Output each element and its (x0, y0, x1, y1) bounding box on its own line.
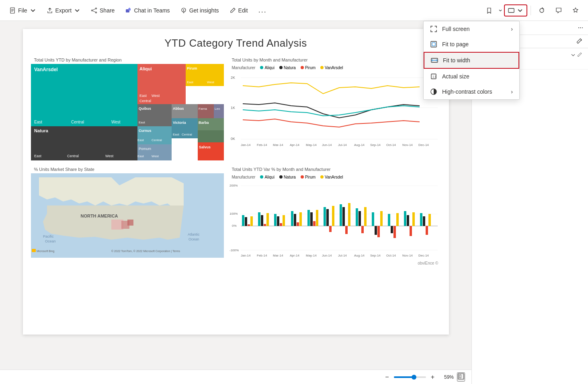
eraser-icon[interactable] (577, 38, 583, 45)
bookmark-icon (486, 7, 492, 14)
svg-rect-97 (32, 249, 36, 252)
svg-rect-133 (294, 214, 296, 226)
fullscreen-icon (430, 25, 437, 33)
report-canvas[interactable]: YTD Category Trend Analysis Total Units … (0, 21, 471, 384)
svg-text:East: East (34, 120, 42, 124)
share-label: Share (100, 7, 115, 14)
dropdown-fullscreen[interactable]: Full screen › (424, 21, 519, 37)
svg-rect-149 (359, 211, 361, 226)
svg-rect-156 (388, 214, 390, 226)
panel-more-icon[interactable]: ··· (578, 24, 583, 31)
fullscreen-label: Full screen (442, 26, 469, 32)
more-label: ... (258, 6, 267, 14)
svg-text:Jan-14: Jan-14 (241, 143, 251, 147)
comment-button[interactable] (551, 4, 566, 16)
zoom-minus-button[interactable]: − (383, 372, 390, 382)
svg-text:Aug-14: Aug-14 (354, 254, 365, 257)
svg-text:Feb-14: Feb-14 (257, 143, 267, 147)
svg-rect-165 (423, 216, 425, 226)
file-icon (9, 7, 16, 14)
barchart-title: Total Units YTD Var % by Month and Manuf… (229, 165, 442, 173)
svg-text:Jul-14: Jul-14 (338, 143, 347, 147)
svg-rect-124 (258, 212, 260, 226)
zoom-slider[interactable] (394, 376, 426, 378)
map-chart[interactable]: Pacific Ocean Atlantic Ocean NORTH AMERI… (31, 173, 224, 258)
barchart-container: Total Units YTD Var % by Month and Manuf… (229, 165, 442, 265)
bar-legend-natura: Natura (279, 175, 296, 179)
svg-text:0K: 0K (231, 137, 235, 141)
refresh-button[interactable] (534, 4, 549, 16)
svg-text:Pacific: Pacific (43, 234, 54, 238)
edit-button[interactable]: Edit (225, 4, 252, 16)
share-icon (91, 7, 97, 14)
dropdown-actual-size[interactable]: 1:1 Actual size (424, 69, 519, 84)
svg-text:Aug-14: Aug-14 (354, 143, 365, 147)
svg-text:Nov-14: Nov-14 (402, 254, 413, 257)
svg-text:Oct-14: Oct-14 (386, 143, 396, 147)
svg-text:Sep-14: Sep-14 (370, 143, 381, 147)
barchart-legend: Manufacturer Aliqui Natura Pirum VanArsd… (229, 173, 442, 181)
zoom-bar: − + 59% (0, 370, 471, 384)
svg-rect-51 (214, 104, 224, 118)
year-filter-actions (570, 52, 583, 58)
svg-rect-140 (324, 207, 326, 226)
svg-text:Feb-14: Feb-14 (257, 254, 267, 257)
svg-text:Dec-14: Dec-14 (418, 254, 429, 257)
high-contrast-label: High-contrast colors (442, 88, 492, 95)
zoom-expand-button[interactable] (457, 372, 465, 382)
bookmark-button[interactable] (481, 4, 497, 16)
svg-text:Jul-14: Jul-14 (338, 254, 347, 257)
svg-rect-166 (426, 226, 428, 235)
svg-text:West: West (207, 80, 215, 84)
year-filter-chevron[interactable] (570, 52, 576, 58)
svg-text:Victoria: Victoria (173, 121, 186, 125)
actualsize-label: Actual size (442, 73, 469, 80)
fitwidth-icon (431, 57, 438, 64)
svg-rect-24 (31, 64, 137, 126)
insights-button[interactable]: Get insights (176, 4, 223, 16)
more-button[interactable]: ... (254, 3, 271, 17)
svg-text:Farna: Farna (199, 107, 207, 111)
svg-text:Barba: Barba (199, 121, 209, 125)
dropdown-fit-width[interactable]: Fit to width (424, 52, 519, 69)
treemap-chart[interactable]: VanArsdel East Central West Natura East … (31, 64, 224, 160)
legend-aliqui: Aliqui (260, 66, 274, 70)
svg-text:Ocean: Ocean (45, 239, 56, 243)
chat-teams-label: Chat in Teams (134, 7, 170, 14)
report-page: YTD Category Trend Analysis Total Units … (23, 29, 449, 335)
bar-legend-vanarsdel: VanArsdel (320, 175, 343, 179)
file-button[interactable]: File (5, 4, 41, 16)
svg-text:Pomum: Pomum (139, 147, 151, 151)
svg-rect-145 (342, 207, 345, 226)
export-button[interactable]: Export (42, 4, 85, 16)
svg-text:Apr-14: Apr-14 (290, 143, 300, 147)
treemap-container: Total Units YTD by Manufacturer and Regi… (31, 56, 224, 160)
svg-point-5 (96, 12, 97, 13)
fitwidth-label: Fit to width (443, 57, 470, 64)
dropdown-high-contrast[interactable]: High-contrast colors › (424, 84, 519, 99)
dropdown-fit-page[interactable]: Fit to page (424, 37, 519, 52)
star-icon (572, 7, 579, 14)
svg-rect-126 (264, 224, 266, 226)
linechart-svg: 2K 1K 0K Jan-14 Feb-14 Mar-14 Apr-14 May… (229, 72, 442, 152)
svg-rect-16 (508, 8, 514, 12)
svg-rect-130 (280, 223, 282, 226)
zoom-plus-button[interactable]: + (429, 372, 436, 382)
chat-teams-button[interactable]: Chat in Teams (121, 4, 174, 16)
svg-rect-162 (410, 226, 412, 236)
svg-text:Leo: Leo (215, 107, 220, 111)
year-filter-eraser[interactable] (578, 52, 583, 58)
svg-rect-169 (459, 375, 461, 378)
svg-rect-49 (198, 104, 214, 118)
favorite-button[interactable] (568, 4, 583, 16)
fitpage-label: Fit to page (442, 41, 469, 47)
export-label: Export (55, 7, 72, 14)
svg-text:Quibus: Quibus (139, 107, 151, 111)
view-icon (508, 7, 514, 14)
share-button[interactable]: Share (86, 4, 119, 16)
svg-text:West: West (105, 154, 114, 158)
view-button[interactable] (504, 4, 527, 16)
legend-manufacturer-label: Manufacturer (232, 66, 256, 70)
svg-text:200%: 200% (229, 184, 238, 187)
svg-rect-147 (348, 203, 350, 226)
